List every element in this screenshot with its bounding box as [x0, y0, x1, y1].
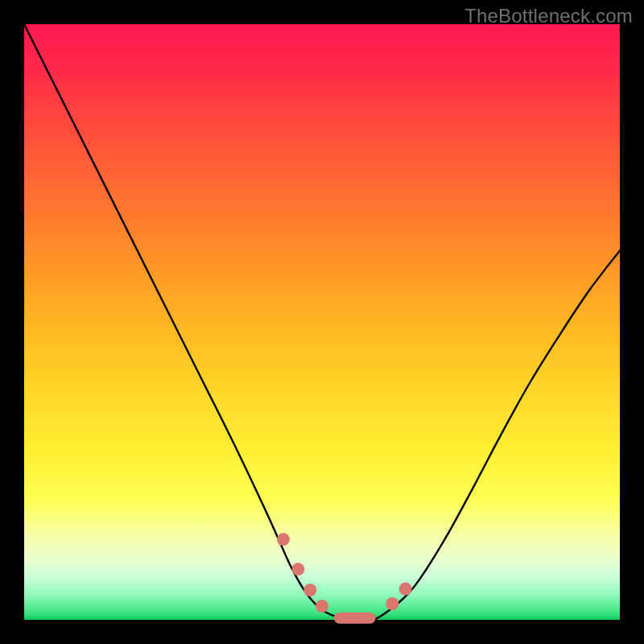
bottleneck-curve [24, 24, 620, 621]
curve-marker-dot [291, 563, 304, 576]
chart-plot-area [24, 24, 620, 620]
curve-marker-dot [399, 583, 412, 596]
curve-markers [277, 533, 412, 624]
curve-marker-dot [277, 533, 290, 546]
outer-frame: TheBottleneck.com [0, 0, 644, 644]
curve-marker-dot [386, 597, 398, 610]
curve-marker-dot [316, 600, 328, 613]
curve-flat-segment [334, 613, 376, 624]
curve-layer [24, 24, 620, 620]
curve-marker-dot [303, 584, 316, 597]
watermark-text: TheBottleneck.com [464, 5, 633, 27]
